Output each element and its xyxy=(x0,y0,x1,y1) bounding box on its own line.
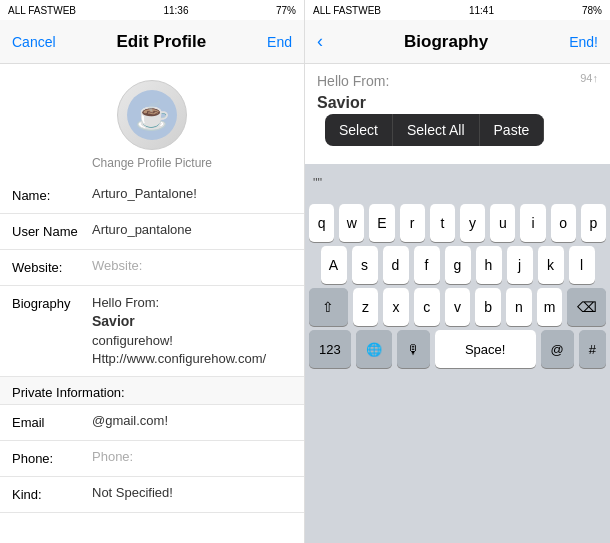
quote-label: "" xyxy=(313,175,322,190)
biography-text[interactable]: Hello From: Savior configurehow! Http://… xyxy=(92,294,266,368)
right-panel-content: 94↑ Hello From: Savior Select Select All… xyxy=(305,64,610,543)
key-v[interactable]: v xyxy=(445,288,471,326)
private-section-header: Private Information: xyxy=(0,377,304,405)
key-b[interactable]: b xyxy=(475,288,501,326)
right-panel: ALL FASTWEB 11:41 78% ‹ Biography End! 9… xyxy=(305,0,610,543)
keyboard-top-bar: "" xyxy=(305,164,610,200)
left-carrier: ALL FASTWEB xyxy=(8,5,76,16)
left-status-bar: ALL FASTWEB 11:36 77% xyxy=(0,0,304,20)
key-a[interactable]: A xyxy=(321,246,347,284)
change-photo-label[interactable]: Change Profile Picture xyxy=(92,156,212,170)
right-nav-bar: ‹ Biography End! xyxy=(305,20,610,64)
back-button[interactable]: ‹ xyxy=(317,31,323,52)
form-section: Name: Arturo_Pantalone! User Name Arturo… xyxy=(0,178,304,543)
cup-icon: ☕ xyxy=(135,99,170,132)
key-c[interactable]: c xyxy=(414,288,440,326)
key-o[interactable]: o xyxy=(551,204,576,242)
phone-label: Phone: xyxy=(12,449,92,466)
right-carrier: ALL FASTWEB xyxy=(313,5,381,16)
key-z[interactable]: z xyxy=(353,288,379,326)
bio-line3: configurehow! xyxy=(92,332,266,350)
key-p[interactable]: p xyxy=(581,204,606,242)
key-f[interactable]: f xyxy=(414,246,440,284)
profile-picture-section[interactable]: ☕ Change Profile Picture xyxy=(0,64,304,178)
key-l[interactable]: l xyxy=(569,246,595,284)
left-end-button[interactable]: End xyxy=(267,34,292,50)
left-battery: 77% xyxy=(276,5,296,16)
key-r[interactable]: r xyxy=(400,204,425,242)
context-paste-button[interactable]: Paste xyxy=(480,114,545,146)
num-key[interactable]: 123 xyxy=(309,330,351,368)
name-row: Name: Arturo_Pantalone! xyxy=(0,178,304,214)
name-value[interactable]: Arturo_Pantalone! xyxy=(92,186,292,201)
delete-key[interactable]: ⌫ xyxy=(567,288,606,326)
keyboard-row-2: A s d f g h j k l xyxy=(305,242,610,284)
keyboard: "" q w E r t y u i o p A s d f g xyxy=(305,164,610,543)
kind-value[interactable]: Not Specified! xyxy=(92,485,292,500)
shift-key[interactable]: ⇧ xyxy=(309,288,348,326)
bio-editor-bold: Savior xyxy=(317,92,598,114)
context-select-button[interactable]: Select xyxy=(325,114,393,146)
username-row: User Name Arturo_pantalone xyxy=(0,214,304,250)
key-k[interactable]: k xyxy=(538,246,564,284)
username-label: User Name xyxy=(12,222,92,239)
globe-key[interactable]: 🌐 xyxy=(356,330,392,368)
key-t[interactable]: t xyxy=(430,204,455,242)
bio-editor-line1: Hello From: xyxy=(317,72,598,92)
keyboard-bottom-row: 123 🌐 🎙 Space! @ # xyxy=(305,326,610,372)
name-label: Name: xyxy=(12,186,92,203)
website-label: Website: xyxy=(12,258,92,275)
bio-bold-line: Savior xyxy=(92,312,266,332)
context-select-all-button[interactable]: Select All xyxy=(393,114,480,146)
website-row: Website: Website: xyxy=(0,250,304,286)
left-nav-bar: Cancel Edit Profile End xyxy=(0,20,304,64)
space-key[interactable]: Space! xyxy=(435,330,536,368)
key-i[interactable]: i xyxy=(520,204,545,242)
key-m[interactable]: m xyxy=(537,288,563,326)
context-menu: Select Select All Paste xyxy=(325,114,544,146)
mic-key[interactable]: 🎙 xyxy=(397,330,430,368)
phone-row: Phone: Phone: xyxy=(0,441,304,477)
hash-key[interactable]: # xyxy=(579,330,606,368)
key-h[interactable]: h xyxy=(476,246,502,284)
right-page-title: Biography xyxy=(404,32,488,52)
key-x[interactable]: x xyxy=(383,288,409,326)
at-key[interactable]: @ xyxy=(541,330,574,368)
email-row: Email @gmail.com! xyxy=(0,405,304,441)
key-n[interactable]: n xyxy=(506,288,532,326)
kind-label: Kind: xyxy=(12,485,92,502)
key-q[interactable]: q xyxy=(309,204,334,242)
cancel-button[interactable]: Cancel xyxy=(12,34,56,50)
right-end-button[interactable]: End! xyxy=(569,34,598,50)
key-e[interactable]: E xyxy=(369,204,394,242)
email-value[interactable]: @gmail.com! xyxy=(92,413,292,428)
phone-input[interactable]: Phone: xyxy=(92,449,292,464)
right-status-bar: ALL FASTWEB 11:41 78% xyxy=(305,0,610,20)
keyboard-row-1: q w E r t y u i o p xyxy=(305,200,610,242)
key-u[interactable]: u xyxy=(490,204,515,242)
kind-row: Kind: Not Specified! xyxy=(0,477,304,513)
bio-line1: Hello From: xyxy=(92,294,266,312)
key-y[interactable]: y xyxy=(460,204,485,242)
key-j[interactable]: j xyxy=(507,246,533,284)
left-time: 11:36 xyxy=(163,5,188,16)
left-panel: ALL FASTWEB 11:36 77% Cancel Edit Profil… xyxy=(0,0,305,543)
biography-editor-area[interactable]: 94↑ Hello From: Savior Select Select All… xyxy=(305,64,610,164)
left-page-title: Edit Profile xyxy=(116,32,206,52)
username-value[interactable]: Arturo_pantalone xyxy=(92,222,292,237)
key-d[interactable]: d xyxy=(383,246,409,284)
keyboard-row-3: ⇧ z x c v b n m ⌫ xyxy=(305,284,610,326)
avatar[interactable]: ☕ xyxy=(117,80,187,150)
biography-row: Biography Hello From: Savior configureho… xyxy=(0,286,304,377)
avatar-inner: ☕ xyxy=(127,90,177,140)
biography-editor-text: Hello From: Savior xyxy=(317,72,598,114)
website-input[interactable]: Website: xyxy=(92,258,292,273)
key-g[interactable]: g xyxy=(445,246,471,284)
right-time: 11:41 xyxy=(469,5,494,16)
biography-label: Biography xyxy=(12,294,92,311)
bio-line4: Http://www.configurehow.com/ xyxy=(92,350,266,368)
char-count: 94↑ xyxy=(580,72,598,84)
key-w[interactable]: w xyxy=(339,204,364,242)
right-battery: 78% xyxy=(582,5,602,16)
key-s[interactable]: s xyxy=(352,246,378,284)
